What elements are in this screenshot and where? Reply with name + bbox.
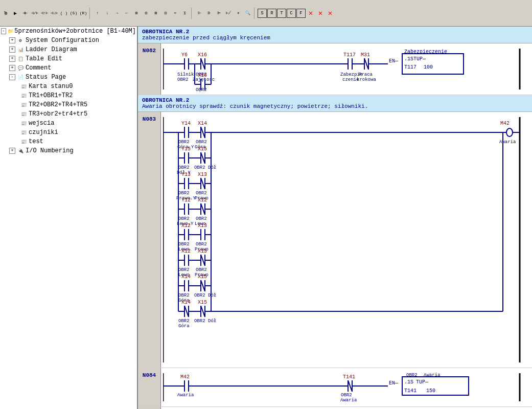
tree-tr2[interactable]: 📰 TR2+OBR2+TR4+TR5 (0, 100, 137, 109)
wejscia-icon: 📰 (19, 119, 28, 127)
expand-io[interactable]: + (9, 148, 15, 154)
svg-text:X13: X13 (198, 172, 207, 177)
toolbar: 🖱 ▶ ⊣⊢ ⊣/⊢ ⊣↑⊢ ⊣↓⊢ ( ) (S) (R) ↑ ↓ → ← ⊞… (0, 0, 532, 27)
expand-root[interactable]: - (1, 28, 6, 34)
tb-btn-3[interactable]: ⊣⊢ (20, 9, 30, 18)
sep-1 (89, 8, 91, 19)
svg-text:150: 150 (426, 388, 435, 394)
tb-btn-13[interactable]: ← (122, 9, 131, 18)
tree-tr3[interactable]: 📰 TR3+obr2+tr4+tr5 (0, 109, 137, 119)
tree-karta[interactable]: 📰 Karta stanu0 (0, 82, 137, 91)
rung-n085: N085 T141 OBR2 Awaria (138, 407, 532, 409)
comment-n082-line1: OBROTNICA NR.2 (142, 29, 528, 35)
tree-czujniki-label: czujniki (29, 129, 58, 136)
tb-stop1[interactable]: ✕ (306, 9, 315, 18)
tree-tr1[interactable]: 📰 TR1+OBR1+TR2 (0, 91, 137, 100)
tb-btn-22[interactable]: ⊫ (214, 9, 223, 18)
left-panel: - 📁 5przenośników+2obrotnice [B1-40M] + … (0, 27, 138, 409)
tb-btn-14[interactable]: ⊞ (132, 9, 141, 18)
svg-text:100: 100 (424, 64, 433, 70)
tb-btn-12[interactable]: → (112, 9, 122, 18)
svg-text:M42: M42 (180, 374, 190, 380)
test-icon: 📰 (19, 138, 28, 146)
tb-btn-16[interactable]: ⊠ (151, 9, 160, 18)
tb-btn-10[interactable]: ↑ (93, 9, 102, 18)
tb-btn-23[interactable]: ⊬ (224, 9, 233, 18)
expand-comment[interactable]: + (9, 65, 15, 71)
tb-btn-7[interactable]: ( ) (59, 9, 68, 18)
tb-btn-8[interactable]: (S) (69, 9, 78, 18)
tree-test[interactable]: 📰 test (0, 137, 137, 146)
tb-stop2[interactable]: ✕ (316, 9, 325, 18)
svg-text:X16: X16 (198, 52, 207, 58)
svg-text:EN—: EN— (389, 58, 399, 64)
rung-n083-number: N083 (138, 112, 161, 368)
tree-root[interactable]: - 📁 5przenośników+2obrotnice [B1-40M] (0, 27, 137, 36)
rung-n084-number: N084 (138, 368, 161, 406)
tb-btn-5[interactable]: ⊣↑⊢ (40, 9, 49, 18)
tree-comment[interactable]: + 💬 Comment (0, 63, 137, 73)
tree-status-page[interactable]: - 📄 Status Page (0, 73, 137, 82)
tb-btn-11[interactable]: ↓ (103, 9, 112, 18)
svg-text:Y15: Y15 (181, 146, 191, 152)
rung-n082-content: Y6 Silnik OBR2 X16 OBR2 Zajętosc (161, 43, 532, 95)
toolbar-icons: 🖱 ▶ ⊣⊢ ⊣/⊢ ⊣↑⊢ ⊣↓⊢ ( ) (S) (R) ↑ ↓ → ← ⊞… (1, 8, 335, 19)
tb-btn-1[interactable]: 🖱 (1, 9, 10, 18)
svg-text:T117: T117 (343, 52, 356, 58)
tb-btn-15[interactable]: ⊟ (142, 9, 151, 18)
svg-text:EN—: EN— (389, 380, 399, 386)
rung-n085-number: N085 (138, 407, 161, 409)
tb-btn-21[interactable]: ⊪ (204, 9, 214, 18)
svg-line-103 (201, 178, 205, 189)
comment-n082-line2: zabezpieczenie przed ciągłym kręceniem (142, 35, 528, 41)
svg-text:Góra: Góra (178, 324, 190, 329)
tb-btn-2[interactable]: ▶ (11, 9, 20, 18)
tb-btn-9[interactable]: (R) (79, 9, 88, 18)
tb-test[interactable]: T (277, 9, 286, 18)
tb-cfg[interactable]: C (287, 9, 296, 18)
tb-btn-19[interactable]: ⌶ (180, 9, 190, 18)
tb-run[interactable]: R (267, 9, 276, 18)
tb-cfg2[interactable]: F (296, 9, 306, 18)
svg-text:Y14: Y14 (181, 121, 191, 126)
expand-ladder[interactable]: + (9, 47, 15, 53)
tree-wejscia[interactable]: 📰 wejscia (0, 119, 137, 128)
tb-btn-6[interactable]: ⊣↓⊢ (50, 9, 59, 18)
expand-syscfg[interactable]: + (9, 37, 15, 43)
rung-n082-svg: Y6 Silnik OBR2 X16 OBR2 Zajętosc (163, 46, 521, 92)
svg-text:Praca: Praca (359, 72, 373, 77)
right-panel[interactable]: OBROTNICA NR.2 zabezpieczenie przed ciąg… (138, 27, 532, 409)
tree-test-label: test (29, 138, 43, 145)
tb-monitor[interactable]: S (258, 9, 267, 18)
svg-text:OBR2: OBR2 (196, 267, 207, 272)
svg-text:OBR2 Dół: OBR2 Dół (194, 319, 216, 324)
tree-tr1-label: TR1+OBR1+TR2 (29, 92, 73, 99)
tb-btn-4[interactable]: ⊣/⊢ (30, 9, 39, 18)
svg-text:Awaria: Awaria (340, 398, 357, 403)
svg-text:X12: X12 (181, 248, 191, 254)
tb-btn-17[interactable]: ⊡ (161, 9, 170, 18)
svg-text:TUP—: TUP— (413, 56, 426, 62)
tb-stop3[interactable]: ✕ (326, 9, 335, 18)
svg-text:X14: X14 (198, 121, 207, 126)
tree-io[interactable]: + 🔌 I/O Numbering (0, 146, 137, 155)
tree-system-config[interactable]: + ⚙ System Configuration (0, 36, 137, 45)
svg-text:Y13: Y13 (181, 172, 191, 177)
svg-text:X13: X13 (198, 248, 207, 254)
tree-czujniki[interactable]: 📰 czujniki (0, 128, 137, 137)
svg-text:T117: T117 (404, 64, 417, 70)
tb-btn-20[interactable]: ⊩ (195, 9, 204, 18)
rung-n084: N084 M42 Awaria (138, 368, 532, 407)
svg-text:.1S: .1S (404, 56, 413, 62)
tb-btn-18[interactable]: ≈ (171, 9, 180, 18)
comment-n083: OBROTNICA NR.2 Awaria obrotnicy sprawdź:… (138, 95, 532, 112)
svg-text:OBR2: OBR2 (178, 319, 190, 324)
expand-status[interactable]: - (9, 74, 15, 80)
tb-btn-24[interactable]: ⌖ (234, 9, 243, 18)
expand-table[interactable]: + (9, 56, 15, 62)
tree-ladder[interactable]: + 📊 Ladder Diagram (0, 45, 137, 54)
svg-text:M31: M31 (361, 52, 370, 58)
tree-table-edit[interactable]: + 📋 Table Edit (0, 54, 137, 63)
svg-line-153 (201, 255, 205, 266)
tb-btn-25[interactable]: 🔍 (243, 9, 252, 18)
